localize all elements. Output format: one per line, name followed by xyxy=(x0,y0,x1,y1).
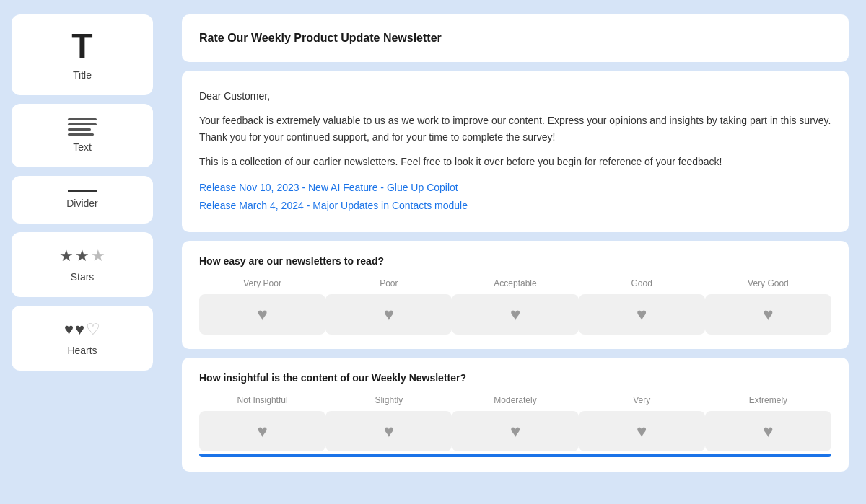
rating-heart-2-4[interactable]: ♥ xyxy=(579,411,705,451)
progress-bar xyxy=(199,454,831,457)
rating-heart-1-1[interactable]: ♥ xyxy=(199,294,325,335)
rating-option-2-2: Slightly ♥ xyxy=(325,395,452,451)
intro-body1: Your feedback is extremely valuable to u… xyxy=(199,112,831,145)
rating-label-2-5: Extremely xyxy=(749,395,787,405)
sidebar-item-label: Hearts xyxy=(67,345,97,356)
rating-option-1-4: Good ♥ xyxy=(579,278,705,335)
stars-icon: ★ ★ ★ xyxy=(59,247,105,265)
survey-title: Rate Our Weekly Product Update Newslette… xyxy=(199,32,831,45)
rating-row-1: Very Poor ♥ Poor ♥ Acceptable ♥ Good ♥ V… xyxy=(199,278,831,335)
divider-icon xyxy=(65,190,100,192)
greeting: Dear Customer, xyxy=(199,88,831,104)
question-1-label: How easy are our newsletters to read? xyxy=(199,255,831,267)
text-icon xyxy=(68,118,97,136)
sidebar-item-hearts[interactable]: ♥ ♥ ♡ Hearts xyxy=(12,306,153,371)
rating-label-1-1: Very Poor xyxy=(243,278,281,288)
rating-heart-2-2[interactable]: ♥ xyxy=(325,411,452,451)
rating-label-2-1: Not Insightful xyxy=(237,395,288,405)
survey-title-card: Rate Our Weekly Product Update Newslette… xyxy=(182,14,849,62)
star-filled-2: ★ xyxy=(75,247,89,265)
rating-label-2-3: Moderately xyxy=(494,395,536,405)
sidebar-item-label: Stars xyxy=(71,271,95,283)
sidebar-item-label: Text xyxy=(73,141,92,153)
main-content: Rate Our Weekly Product Update Newslette… xyxy=(165,0,866,504)
rating-label-1-4: Good xyxy=(631,278,652,288)
rating-heart-1-3[interactable]: ♥ xyxy=(452,294,578,335)
rating-heart-1-2[interactable]: ♥ xyxy=(325,294,452,335)
sidebar-item-title[interactable]: T Title xyxy=(12,14,153,95)
rating-option-2-4: Very ♥ xyxy=(579,395,705,451)
heart-filled-1: ♥ xyxy=(64,320,74,339)
rating-heart-2-5[interactable]: ♥ xyxy=(705,411,831,451)
rating-option-1-1: Very Poor ♥ xyxy=(199,278,325,335)
rating-label-1-3: Acceptable xyxy=(494,278,536,288)
survey-intro-card: Dear Customer, Your feedback is extremel… xyxy=(182,71,849,232)
link-1[interactable]: Release Nov 10, 2023 - New AI Feature - … xyxy=(199,179,831,197)
rating-heart-1-5[interactable]: ♥ xyxy=(705,294,831,335)
sidebar-item-label: Divider xyxy=(66,198,98,209)
intro-body2: This is a collection of our earlier news… xyxy=(199,154,831,169)
rating-option-2-3: Moderately ♥ xyxy=(452,395,578,451)
title-icon: T xyxy=(71,29,92,63)
rating-label-1-2: Poor xyxy=(380,278,398,288)
star-empty-1: ★ xyxy=(91,247,105,265)
rating-heart-2-1[interactable]: ♥ xyxy=(199,411,325,451)
rating-label-2-4: Very xyxy=(633,395,650,405)
sidebar: T Title Text Divider ★ ★ ★ Stars ♥ ♥ ♡ xyxy=(0,0,165,504)
rating-row-2: Not Insightful ♥ Slightly ♥ Moderately ♥… xyxy=(199,395,831,451)
heart-filled-2: ♥ xyxy=(75,320,84,339)
sidebar-item-text[interactable]: Text xyxy=(12,104,153,167)
rating-option-1-3: Acceptable ♥ xyxy=(452,278,578,335)
question-2-label: How insightful is the content of our Wee… xyxy=(199,372,831,384)
sidebar-item-divider[interactable]: Divider xyxy=(12,176,153,224)
rating-heart-2-3[interactable]: ♥ xyxy=(452,411,578,451)
rating-heart-1-4[interactable]: ♥ xyxy=(579,294,705,335)
question-card-2: How insightful is the content of our Wee… xyxy=(182,358,849,472)
heart-empty-1: ♡ xyxy=(86,320,100,339)
rating-label-2-2: Slightly xyxy=(375,395,403,405)
rating-label-1-5: Very Good xyxy=(748,278,789,288)
rating-option-2-5: Extremely ♥ xyxy=(705,395,831,451)
rating-option-1-2: Poor ♥ xyxy=(325,278,452,335)
hearts-icon: ♥ ♥ ♡ xyxy=(64,320,100,339)
sidebar-item-label: Title xyxy=(73,69,92,81)
rating-option-1-5: Very Good ♥ xyxy=(705,278,831,335)
star-filled-1: ★ xyxy=(59,247,74,265)
sidebar-item-stars[interactable]: ★ ★ ★ Stars xyxy=(12,232,153,297)
question-card-1: How easy are our newsletters to read? Ve… xyxy=(182,241,849,349)
rating-option-2-1: Not Insightful ♥ xyxy=(199,395,325,451)
link-2[interactable]: Release March 4, 2024 - Major Updates in… xyxy=(199,197,831,215)
